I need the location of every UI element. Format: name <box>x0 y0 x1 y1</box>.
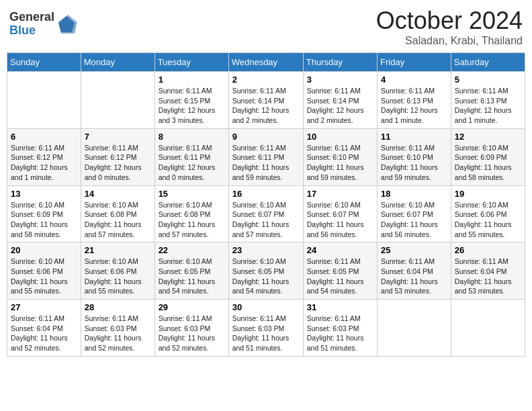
day-info: Sunrise: 6:11 AM Sunset: 6:10 PM Dayligh… <box>307 143 373 183</box>
day-info: Sunrise: 6:11 AM Sunset: 6:13 PM Dayligh… <box>455 86 521 126</box>
calendar-cell: 20Sunrise: 6:10 AM Sunset: 6:06 PM Dayli… <box>7 242 81 300</box>
calendar-cell: 9Sunrise: 6:11 AM Sunset: 6:11 PM Daylig… <box>228 128 303 185</box>
calendar-cell <box>451 300 525 357</box>
logo: General Blue <box>9 11 77 38</box>
day-number: 14 <box>85 189 151 199</box>
day-number: 4 <box>381 75 447 85</box>
day-info: Sunrise: 6:11 AM Sunset: 6:04 PM Dayligh… <box>381 257 447 296</box>
calendar-cell: 27Sunrise: 6:11 AM Sunset: 6:04 PM Dayli… <box>7 300 81 357</box>
day-number: 18 <box>381 189 447 199</box>
weekday-header-friday: Friday <box>378 53 451 72</box>
day-number: 27 <box>11 302 77 312</box>
calendar-table: SundayMondayTuesdayWednesdayThursdayFrid… <box>7 52 525 357</box>
day-info: Sunrise: 6:10 AM Sunset: 6:07 PM Dayligh… <box>307 200 373 240</box>
calendar-cell: 11Sunrise: 6:11 AM Sunset: 6:10 PM Dayli… <box>378 128 451 185</box>
day-info: Sunrise: 6:11 AM Sunset: 6:10 PM Dayligh… <box>381 143 447 183</box>
calendar-cell: 8Sunrise: 6:11 AM Sunset: 6:11 PM Daylig… <box>154 128 228 185</box>
calendar-cell: 26Sunrise: 6:11 AM Sunset: 6:04 PM Dayli… <box>451 242 525 300</box>
day-number: 23 <box>232 245 300 255</box>
calendar-cell: 5Sunrise: 6:11 AM Sunset: 6:13 PM Daylig… <box>451 72 525 129</box>
day-info: Sunrise: 6:11 AM Sunset: 6:15 PM Dayligh… <box>159 86 225 126</box>
calendar-cell: 12Sunrise: 6:10 AM Sunset: 6:09 PM Dayli… <box>451 128 525 185</box>
day-info: Sunrise: 6:11 AM Sunset: 6:04 PM Dayligh… <box>455 257 521 296</box>
day-number: 5 <box>455 75 521 85</box>
day-number: 21 <box>85 245 151 255</box>
logo-general: General <box>9 11 54 24</box>
day-number: 17 <box>307 189 373 199</box>
day-number: 24 <box>307 245 373 255</box>
calendar-cell <box>81 72 154 129</box>
calendar-cell: 29Sunrise: 6:11 AM Sunset: 6:03 PM Dayli… <box>154 300 228 357</box>
day-number: 16 <box>232 189 300 199</box>
day-info: Sunrise: 6:10 AM Sunset: 6:07 PM Dayligh… <box>232 200 300 240</box>
day-number: 22 <box>159 245 225 255</box>
calendar-cell: 16Sunrise: 6:10 AM Sunset: 6:07 PM Dayli… <box>228 185 303 242</box>
weekday-header-saturday: Saturday <box>451 53 525 72</box>
day-number: 31 <box>307 302 373 312</box>
weekday-header-row: SundayMondayTuesdayWednesdayThursdayFrid… <box>7 53 525 72</box>
day-number: 12 <box>455 132 521 142</box>
day-number: 6 <box>11 132 77 142</box>
day-number: 29 <box>159 302 225 312</box>
day-number: 20 <box>11 245 77 255</box>
day-info: Sunrise: 6:11 AM Sunset: 6:12 PM Dayligh… <box>85 143 151 183</box>
day-info: Sunrise: 6:11 AM Sunset: 6:04 PM Dayligh… <box>11 314 77 353</box>
calendar-week-row: 1Sunrise: 6:11 AM Sunset: 6:15 PM Daylig… <box>7 72 525 129</box>
day-info: Sunrise: 6:10 AM Sunset: 6:08 PM Dayligh… <box>85 200 151 240</box>
day-info: Sunrise: 6:11 AM Sunset: 6:14 PM Dayligh… <box>232 86 300 126</box>
day-number: 13 <box>11 189 77 199</box>
day-info: Sunrise: 6:10 AM Sunset: 6:09 PM Dayligh… <box>455 143 521 183</box>
calendar-cell: 28Sunrise: 6:11 AM Sunset: 6:03 PM Dayli… <box>81 300 154 357</box>
day-info: Sunrise: 6:11 AM Sunset: 6:13 PM Dayligh… <box>381 86 447 126</box>
day-number: 19 <box>455 189 521 199</box>
day-number: 9 <box>232 132 300 142</box>
calendar-cell: 30Sunrise: 6:11 AM Sunset: 6:03 PM Dayli… <box>228 300 303 357</box>
location: Saladan, Krabi, Thailand <box>376 35 523 47</box>
day-number: 8 <box>159 132 225 142</box>
day-number: 2 <box>232 75 300 85</box>
logo-icon <box>56 13 77 35</box>
day-number: 28 <box>85 302 151 312</box>
day-number: 15 <box>159 189 225 199</box>
weekday-header-tuesday: Tuesday <box>154 53 228 72</box>
month-title: October 2024 <box>376 7 523 35</box>
calendar-cell: 10Sunrise: 6:11 AM Sunset: 6:10 PM Dayli… <box>303 128 377 185</box>
day-info: Sunrise: 6:11 AM Sunset: 6:03 PM Dayligh… <box>307 314 373 353</box>
calendar-cell <box>378 300 451 357</box>
day-number: 25 <box>381 245 447 255</box>
calendar-cell: 3Sunrise: 6:11 AM Sunset: 6:14 PM Daylig… <box>303 72 377 129</box>
svg-marker-1 <box>58 15 77 34</box>
day-number: 7 <box>85 132 151 142</box>
calendar-cell: 31Sunrise: 6:11 AM Sunset: 6:03 PM Dayli… <box>303 300 377 357</box>
calendar-cell: 4Sunrise: 6:11 AM Sunset: 6:13 PM Daylig… <box>378 72 451 129</box>
day-info: Sunrise: 6:11 AM Sunset: 6:03 PM Dayligh… <box>232 314 300 353</box>
day-info: Sunrise: 6:10 AM Sunset: 6:07 PM Dayligh… <box>381 200 447 240</box>
day-number: 1 <box>159 75 225 85</box>
calendar-cell: 6Sunrise: 6:11 AM Sunset: 6:12 PM Daylig… <box>7 128 81 185</box>
calendar-cell: 23Sunrise: 6:10 AM Sunset: 6:05 PM Dayli… <box>228 242 303 300</box>
day-info: Sunrise: 6:11 AM Sunset: 6:05 PM Dayligh… <box>307 257 373 296</box>
calendar-cell: 18Sunrise: 6:10 AM Sunset: 6:07 PM Dayli… <box>378 185 451 242</box>
day-number: 30 <box>232 302 300 312</box>
calendar-cell: 1Sunrise: 6:11 AM Sunset: 6:15 PM Daylig… <box>154 72 228 129</box>
day-info: Sunrise: 6:11 AM Sunset: 6:14 PM Dayligh… <box>307 86 373 126</box>
calendar-cell: 24Sunrise: 6:11 AM Sunset: 6:05 PM Dayli… <box>303 242 377 300</box>
calendar-cell: 21Sunrise: 6:10 AM Sunset: 6:06 PM Dayli… <box>81 242 154 300</box>
day-number: 11 <box>381 132 447 142</box>
calendar-cell: 19Sunrise: 6:10 AM Sunset: 6:06 PM Dayli… <box>451 185 525 242</box>
calendar-cell: 7Sunrise: 6:11 AM Sunset: 6:12 PM Daylig… <box>81 128 154 185</box>
day-info: Sunrise: 6:10 AM Sunset: 6:05 PM Dayligh… <box>159 257 225 296</box>
weekday-header-thursday: Thursday <box>303 53 377 72</box>
calendar-cell: 17Sunrise: 6:10 AM Sunset: 6:07 PM Dayli… <box>303 185 377 242</box>
day-number: 10 <box>307 132 373 142</box>
day-info: Sunrise: 6:11 AM Sunset: 6:11 PM Dayligh… <box>159 143 225 183</box>
title-block: October 2024 Saladan, Krabi, Thailand <box>376 7 523 47</box>
day-info: Sunrise: 6:11 AM Sunset: 6:11 PM Dayligh… <box>232 143 300 183</box>
day-number: 26 <box>455 245 521 255</box>
day-info: Sunrise: 6:10 AM Sunset: 6:06 PM Dayligh… <box>85 257 151 296</box>
calendar-week-row: 6Sunrise: 6:11 AM Sunset: 6:12 PM Daylig… <box>7 128 525 185</box>
day-info: Sunrise: 6:11 AM Sunset: 6:03 PM Dayligh… <box>85 314 151 353</box>
page-header: General Blue October 2024 Saladan, Krabi… <box>7 7 525 47</box>
calendar-cell: 13Sunrise: 6:10 AM Sunset: 6:09 PM Dayli… <box>7 185 81 242</box>
calendar-cell <box>7 72 81 129</box>
